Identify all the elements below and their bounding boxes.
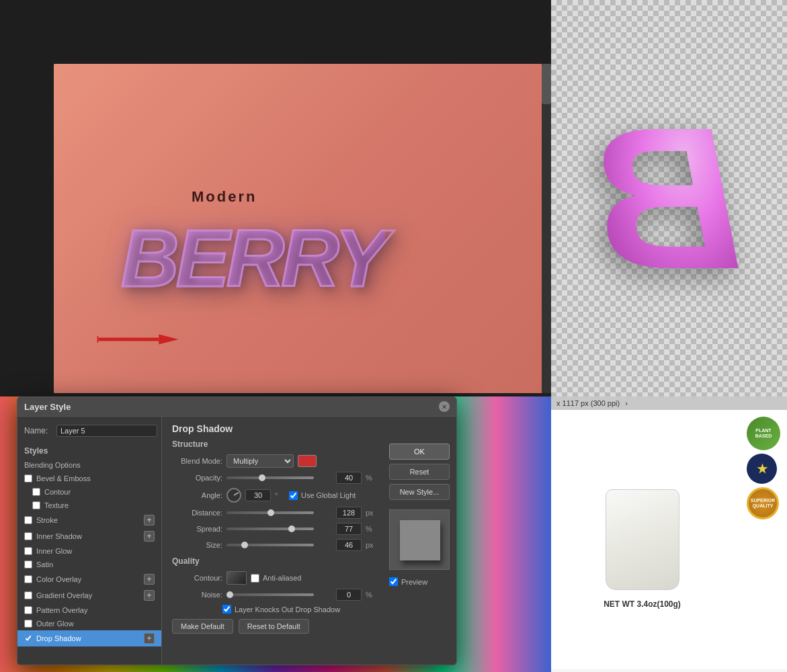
- size-slider-container: [226, 544, 332, 546]
- pink-b-background: B: [551, 0, 787, 396]
- stroke-checkbox[interactable]: [24, 516, 32, 524]
- style-item-texture[interactable]: Texture: [17, 499, 161, 512]
- style-item-blending[interactable]: Blending Options: [17, 458, 161, 472]
- main-canvas: Modern BERRY: [0, 0, 551, 396]
- style-item-outer-glow[interactable]: Outer Glow: [17, 617, 161, 630]
- spread-slider-container: [226, 528, 332, 530]
- color-overlay-checkbox[interactable]: [24, 575, 32, 583]
- color-swatch[interactable]: [298, 455, 317, 467]
- star-icon: ★: [757, 462, 768, 476]
- satin-checkbox[interactable]: [24, 560, 32, 569]
- gradient-overlay-checkbox[interactable]: [24, 591, 32, 599]
- info-chevron: ›: [625, 399, 628, 407]
- contour-checkbox[interactable]: [32, 488, 40, 496]
- layer-knocks-checkbox[interactable]: [222, 605, 231, 614]
- noise-row: Noise: %: [172, 589, 376, 601]
- pattern-overlay-checkbox[interactable]: [24, 606, 32, 614]
- style-item-satin[interactable]: Satin: [17, 558, 161, 571]
- gradient-overlay-add-button[interactable]: +: [144, 590, 155, 601]
- outer-glow-checkbox[interactable]: [24, 620, 32, 628]
- inner-shadow-checkbox[interactable]: [24, 532, 32, 540]
- noise-label: Noise:: [172, 591, 222, 599]
- distance-input[interactable]: [336, 507, 362, 519]
- angle-row: Angle: ° Use Global Light: [172, 488, 376, 503]
- bevel-label: Bevel & Emboss: [36, 474, 91, 482]
- canvas-content: Modern BERRY: [54, 64, 548, 393]
- size-slider[interactable]: [226, 544, 314, 546]
- layer-knocks-text: Layer Knocks Out Drop Shadow: [235, 605, 340, 614]
- right-panel-top: B: [551, 0, 787, 396]
- right-panel-bottom: x 1117 px (300 ppi) › PLANTBASED ★ SUPER…: [551, 396, 787, 672]
- opacity-slider[interactable]: [226, 476, 314, 479]
- structure-label: Structure: [172, 439, 376, 449]
- distance-slider[interactable]: [226, 511, 314, 514]
- stroke-add-button[interactable]: +: [144, 515, 155, 526]
- style-item-color-overlay[interactable]: Color Overlay +: [17, 571, 161, 587]
- blend-mode-select[interactable]: Multiply: [226, 454, 294, 468]
- new-style-button[interactable]: New Style...: [389, 484, 450, 500]
- style-item-stroke[interactable]: Stroke +: [17, 512, 161, 528]
- svg-marker-2: [159, 335, 178, 345]
- quality-section: Quality Contour: Anti-aliased Noise:: [172, 556, 376, 601]
- ok-button[interactable]: OK: [389, 444, 450, 460]
- angle-label: Angle:: [172, 491, 222, 499]
- spread-input[interactable]: [336, 523, 362, 535]
- preview-checkbox[interactable]: [389, 577, 398, 586]
- layer-knocks-row: Layer Knocks Out Drop Shadow: [172, 605, 376, 614]
- contour-row: Contour: Anti-aliased: [172, 571, 376, 585]
- opacity-input[interactable]: [336, 472, 362, 484]
- layer-style-dialog: Layer Style ✕ Name: Styles Blending Opti…: [17, 396, 457, 665]
- inner-shadow-add-button[interactable]: +: [144, 531, 155, 542]
- make-default-button[interactable]: Make Default: [172, 619, 233, 634]
- name-row: Name:: [17, 422, 161, 439]
- style-item-contour[interactable]: Contour: [17, 485, 161, 499]
- noise-slider[interactable]: [226, 593, 314, 596]
- spread-label: Spread:: [172, 525, 222, 533]
- preview-box: [389, 509, 450, 570]
- global-light-label: Use Global Light: [289, 491, 356, 500]
- angle-input[interactable]: [245, 489, 271, 501]
- canvas-scrollbar[interactable]: [542, 64, 551, 393]
- color-overlay-label: Color Overlay: [36, 575, 81, 583]
- style-item-bevel[interactable]: Bevel & Emboss: [17, 472, 161, 485]
- satin-label: Satin: [36, 560, 53, 569]
- distance-slider-container: [226, 511, 332, 514]
- scrollbar-thumb: [542, 64, 551, 104]
- anti-aliased-checkbox[interactable]: [251, 574, 259, 583]
- style-item-gradient-overlay[interactable]: Gradient Overlay +: [17, 587, 161, 603]
- style-item-drop-shadow[interactable]: Drop Shadow +: [17, 630, 161, 646]
- style-item-inner-glow[interactable]: Inner Glow: [17, 544, 161, 558]
- bevel-checkbox[interactable]: [24, 474, 32, 482]
- noise-unit: %: [366, 591, 376, 599]
- angle-dial[interactable]: [226, 488, 241, 503]
- anti-aliased-text: Anti-aliased: [263, 574, 301, 582]
- spread-slider[interactable]: [226, 528, 314, 530]
- reset-to-default-button[interactable]: Reset to Default: [239, 619, 309, 634]
- color-overlay-add-button[interactable]: +: [144, 574, 155, 585]
- inner-glow-checkbox[interactable]: [24, 547, 32, 555]
- outer-glow-label: Outer Glow: [36, 620, 74, 628]
- pink-b-letter: B: [596, 97, 742, 299]
- noise-input[interactable]: [336, 589, 362, 601]
- size-unit: px: [366, 541, 376, 549]
- style-item-inner-shadow[interactable]: Inner Shadow +: [17, 528, 161, 544]
- layer-name-input[interactable]: [56, 425, 157, 437]
- product-info-bar: x 1117 px (300 ppi) ›: [551, 396, 787, 410]
- texture-checkbox[interactable]: [32, 501, 40, 509]
- stroke-label: Stroke: [36, 516, 58, 524]
- reset-button[interactable]: Reset: [389, 464, 450, 480]
- drop-shadow-checkbox[interactable]: [24, 634, 32, 642]
- contour-preview[interactable]: [226, 571, 247, 585]
- bottom-buttons: Make Default Reset to Default: [172, 619, 376, 634]
- product-jar: [606, 489, 679, 590]
- dialog-left-panel: Name: Styles Blending Options Bevel & Em…: [17, 417, 162, 664]
- close-button[interactable]: ✕: [439, 401, 450, 412]
- styles-header: Styles: [17, 444, 161, 458]
- global-light-checkbox[interactable]: [289, 491, 298, 500]
- size-input[interactable]: [336, 539, 362, 551]
- drop-shadow-add-button[interactable]: +: [144, 633, 155, 644]
- preview-inner: [400, 520, 440, 560]
- badge-gold: SUPERIORQUALITY: [747, 487, 779, 519]
- size-row: Size: px: [172, 539, 376, 551]
- style-item-pattern-overlay[interactable]: Pattern Overlay: [17, 603, 161, 617]
